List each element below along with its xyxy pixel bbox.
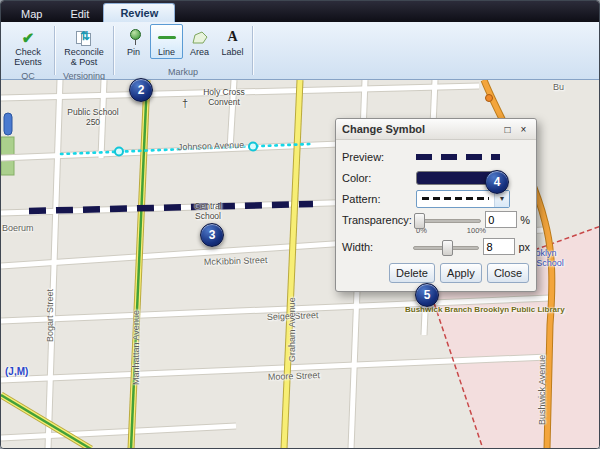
line-tool-button[interactable]: Line: [150, 24, 183, 59]
callout-badge-2: 2: [129, 78, 153, 102]
maximize-icon[interactable]: □: [501, 123, 514, 136]
map-label-central-school: Central School: [185, 202, 231, 222]
width-slider[interactable]: [413, 239, 480, 255]
width-slider-thumb[interactable]: [442, 240, 453, 256]
width-unit: px: [518, 241, 530, 253]
ribbon-group-divider: [54, 26, 55, 75]
close-icon[interactable]: ×: [517, 123, 530, 136]
width-label: Width:: [342, 241, 413, 253]
transparency-scale: 0% 100%: [416, 226, 486, 236]
callout-badge-5: 5: [415, 283, 439, 307]
ribbon-group-markup: Pin Line Area A Label: [115, 22, 251, 79]
map-label-bushwick-avenue: Bushwick Avenue: [537, 355, 547, 425]
reconcile-pages-icon: ⇅: [76, 30, 92, 46]
apply-button[interactable]: Apply: [440, 263, 482, 283]
ribbon-group-divider: [113, 26, 114, 75]
line-icon: [158, 36, 176, 39]
ribbon-tab-bar: Map Edit Review: [1, 1, 599, 22]
width-row: Width: px: [342, 236, 530, 257]
transparency-label: Transparency:: [342, 214, 414, 226]
map-label-subway-jm: (J,M): [5, 366, 28, 377]
dialog-button-row: Delete Apply Close: [336, 257, 536, 291]
reconcile-post-button[interactable]: ⇅ Reconcile & Post: [58, 24, 110, 70]
area-tool-button[interactable]: Area: [183, 24, 216, 59]
ribbon-group-qc: ✔ Check Events QC: [3, 22, 53, 79]
width-input[interactable]: [483, 238, 515, 255]
dialog-title: Change Symbol: [342, 123, 498, 135]
transparency-slider-thumb[interactable]: [414, 213, 425, 229]
delete-button[interactable]: Delete: [389, 263, 435, 283]
signal-poi-icon: [486, 95, 493, 102]
pin-icon: [128, 29, 140, 46]
preview-row: Preview:: [342, 146, 530, 167]
ribbon-group-divider: [252, 26, 253, 75]
tab-edit[interactable]: Edit: [56, 5, 103, 22]
label-label: Label: [221, 47, 243, 57]
callout-badge-4: 4: [485, 170, 509, 194]
transparency-row: Transparency: %: [342, 209, 530, 230]
pin-label: Pin: [127, 47, 140, 57]
line-label: Line: [158, 47, 175, 57]
map-label-graham-avenue: Graham Avenue: [287, 297, 297, 362]
map-label-moore-street: Moore Street: [268, 370, 320, 382]
tab-map[interactable]: Map: [7, 5, 56, 22]
transparency-slider[interactable]: [414, 212, 482, 228]
check-icon: ✔: [22, 29, 35, 46]
pattern-dash-preview: [422, 197, 489, 200]
reconcile-label-line1: Reconcile: [64, 47, 104, 57]
reconcile-label-line2: & Post: [71, 57, 98, 67]
map-label-cut-top-right: Bu: [553, 82, 564, 92]
transparency-max-label: 100%: [467, 226, 486, 236]
label-a-icon: A: [227, 29, 237, 45]
check-events-label-line1: Check: [15, 47, 41, 57]
dialog-title-bar[interactable]: Change Symbol □ ×: [336, 119, 536, 140]
map-nav-control[interactable]: [4, 113, 12, 135]
symbol-preview: [416, 154, 500, 160]
map-label-holy-cross-convent: Holy Cross Convent: [195, 88, 253, 108]
map-label-bogart-street: Bogart Street: [45, 289, 55, 342]
transparency-unit: %: [520, 214, 530, 226]
cross-poi-icon: †: [182, 97, 188, 110]
reconcile-arrows-icon: ⇅: [80, 30, 90, 44]
check-events-button[interactable]: ✔ Check Events: [5, 24, 51, 70]
preview-label: Preview:: [342, 151, 416, 163]
area-label: Area: [190, 47, 209, 57]
map-label-public-school-250: Public School 250: [63, 108, 123, 128]
app-window: Map Edit Review ✔ Check Events QC: [0, 0, 600, 449]
map-label-boerum-street: Boerum Street: [2, 223, 34, 233]
ribbon: ✔ Check Events QC ⇅ Reconcile: [1, 22, 599, 80]
color-label: Color:: [342, 172, 416, 184]
callout-badge-3: 3: [200, 223, 224, 247]
close-button[interactable]: Close: [487, 263, 529, 283]
check-events-label-line2: Events: [14, 57, 42, 67]
change-symbol-dialog: Change Symbol □ × Preview: Color: Patter…: [335, 118, 537, 292]
map-label-manhattan-avenue: Manhattan Avenue: [131, 310, 141, 385]
group-label-markup: Markup: [117, 66, 249, 79]
transparency-input[interactable]: [485, 211, 517, 228]
vertex-handle[interactable]: [115, 148, 123, 156]
pin-tool-button[interactable]: Pin: [117, 24, 150, 59]
ribbon-group-versioning: ⇅ Reconcile & Post Versioning: [56, 22, 112, 79]
area-icon: [192, 31, 208, 45]
tab-review[interactable]: Review: [103, 3, 175, 22]
label-tool-button[interactable]: A Label: [216, 24, 249, 59]
pattern-label: Pattern:: [342, 193, 416, 205]
